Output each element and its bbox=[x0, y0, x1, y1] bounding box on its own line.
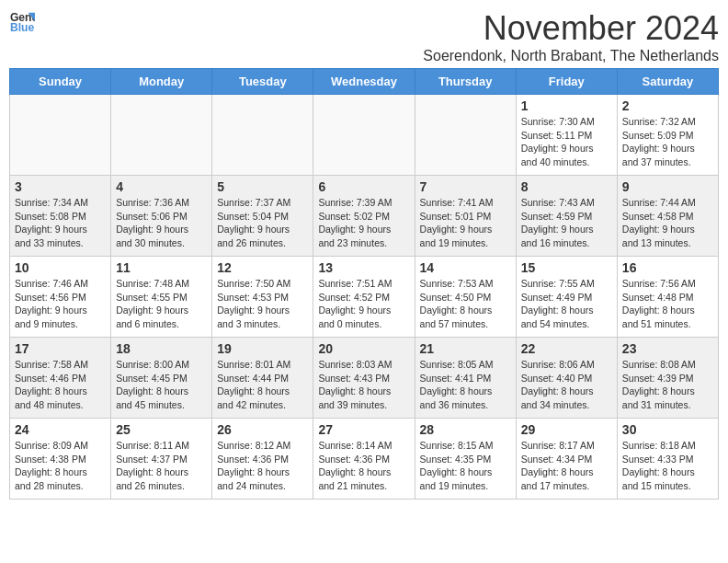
day-number: 28 bbox=[420, 422, 511, 437]
calendar-cell: 22Sunrise: 8:06 AM Sunset: 4:40 PM Dayli… bbox=[516, 338, 617, 419]
logo: General Blue bbox=[9, 9, 35, 35]
day-number: 7 bbox=[420, 179, 511, 194]
day-info: Sunrise: 8:17 AM Sunset: 4:34 PM Dayligh… bbox=[521, 439, 612, 493]
day-header-tuesday: Tuesday bbox=[212, 69, 313, 95]
calendar-cell: 18Sunrise: 8:00 AM Sunset: 4:45 PM Dayli… bbox=[111, 338, 212, 419]
day-number: 30 bbox=[622, 422, 713, 437]
calendar-cell: 26Sunrise: 8:12 AM Sunset: 4:36 PM Dayli… bbox=[212, 419, 313, 500]
day-number: 23 bbox=[622, 341, 713, 356]
calendar-cell: 16Sunrise: 7:56 AM Sunset: 4:48 PM Dayli… bbox=[617, 257, 718, 338]
calendar-table: SundayMondayTuesdayWednesdayThursdayFrid… bbox=[9, 68, 719, 500]
calendar-cell: 20Sunrise: 8:03 AM Sunset: 4:43 PM Dayli… bbox=[313, 338, 415, 419]
calendar-cell: 19Sunrise: 8:01 AM Sunset: 4:44 PM Dayli… bbox=[212, 338, 313, 419]
calendar-cell: 30Sunrise: 8:18 AM Sunset: 4:33 PM Dayli… bbox=[617, 419, 718, 500]
calendar-cell: 28Sunrise: 8:15 AM Sunset: 4:35 PM Dayli… bbox=[415, 419, 516, 500]
calendar-cell: 3Sunrise: 7:34 AM Sunset: 5:08 PM Daylig… bbox=[10, 176, 111, 257]
calendar-week-row: 10Sunrise: 7:46 AM Sunset: 4:56 PM Dayli… bbox=[10, 257, 719, 338]
day-number: 21 bbox=[420, 341, 511, 356]
day-info: Sunrise: 7:50 AM Sunset: 4:53 PM Dayligh… bbox=[217, 277, 308, 331]
calendar-cell: 5Sunrise: 7:37 AM Sunset: 5:04 PM Daylig… bbox=[212, 176, 313, 257]
day-number: 14 bbox=[420, 260, 511, 275]
day-number: 17 bbox=[15, 341, 106, 356]
svg-text:Blue: Blue bbox=[10, 21, 35, 34]
day-number: 18 bbox=[116, 341, 207, 356]
day-info: Sunrise: 8:15 AM Sunset: 4:35 PM Dayligh… bbox=[420, 439, 511, 493]
day-number: 3 bbox=[15, 179, 106, 194]
day-number: 9 bbox=[622, 179, 713, 194]
calendar-cell: 12Sunrise: 7:50 AM Sunset: 4:53 PM Dayli… bbox=[212, 257, 313, 338]
calendar-cell: 29Sunrise: 8:17 AM Sunset: 4:34 PM Dayli… bbox=[516, 419, 617, 500]
day-info: Sunrise: 8:14 AM Sunset: 4:36 PM Dayligh… bbox=[318, 439, 409, 493]
day-info: Sunrise: 7:53 AM Sunset: 4:50 PM Dayligh… bbox=[420, 277, 511, 331]
day-info: Sunrise: 8:01 AM Sunset: 4:44 PM Dayligh… bbox=[217, 358, 308, 412]
day-header-sunday: Sunday bbox=[10, 69, 111, 95]
day-info: Sunrise: 7:34 AM Sunset: 5:08 PM Dayligh… bbox=[15, 196, 106, 250]
day-number: 10 bbox=[15, 260, 106, 275]
day-info: Sunrise: 8:00 AM Sunset: 4:45 PM Dayligh… bbox=[116, 358, 207, 412]
logo-icon: General Blue bbox=[9, 9, 35, 35]
day-info: Sunrise: 8:12 AM Sunset: 4:36 PM Dayligh… bbox=[217, 439, 308, 493]
location-subtitle: Soerendonk, North Brabant, The Netherlan… bbox=[423, 48, 719, 64]
calendar-cell: 15Sunrise: 7:55 AM Sunset: 4:49 PM Dayli… bbox=[516, 257, 617, 338]
calendar-cell bbox=[313, 95, 415, 176]
calendar-cell: 14Sunrise: 7:53 AM Sunset: 4:50 PM Dayli… bbox=[415, 257, 516, 338]
calendar-cell: 9Sunrise: 7:44 AM Sunset: 4:58 PM Daylig… bbox=[617, 176, 718, 257]
calendar-week-row: 3Sunrise: 7:34 AM Sunset: 5:08 PM Daylig… bbox=[10, 176, 719, 257]
day-info: Sunrise: 7:41 AM Sunset: 5:01 PM Dayligh… bbox=[420, 196, 511, 250]
calendar-cell: 6Sunrise: 7:39 AM Sunset: 5:02 PM Daylig… bbox=[313, 176, 415, 257]
day-info: Sunrise: 8:11 AM Sunset: 4:37 PM Dayligh… bbox=[116, 439, 207, 493]
day-info: Sunrise: 7:36 AM Sunset: 5:06 PM Dayligh… bbox=[116, 196, 207, 250]
calendar-cell: 23Sunrise: 8:08 AM Sunset: 4:39 PM Dayli… bbox=[617, 338, 718, 419]
day-info: Sunrise: 7:56 AM Sunset: 4:48 PM Dayligh… bbox=[622, 277, 713, 331]
day-header-monday: Monday bbox=[111, 69, 212, 95]
day-number: 19 bbox=[217, 341, 308, 356]
calendar-cell: 27Sunrise: 8:14 AM Sunset: 4:36 PM Dayli… bbox=[313, 419, 415, 500]
day-number: 13 bbox=[318, 260, 409, 275]
day-number: 22 bbox=[521, 341, 612, 356]
day-number: 29 bbox=[521, 422, 612, 437]
calendar-cell: 10Sunrise: 7:46 AM Sunset: 4:56 PM Dayli… bbox=[10, 257, 111, 338]
day-number: 2 bbox=[622, 98, 713, 113]
calendar-cell: 4Sunrise: 7:36 AM Sunset: 5:06 PM Daylig… bbox=[111, 176, 212, 257]
day-info: Sunrise: 8:06 AM Sunset: 4:40 PM Dayligh… bbox=[521, 358, 612, 412]
calendar-cell: 24Sunrise: 8:09 AM Sunset: 4:38 PM Dayli… bbox=[10, 419, 111, 500]
calendar-cell bbox=[212, 95, 313, 176]
day-info: Sunrise: 7:39 AM Sunset: 5:02 PM Dayligh… bbox=[318, 196, 409, 250]
day-number: 16 bbox=[622, 260, 713, 275]
calendar-cell bbox=[111, 95, 212, 176]
day-header-friday: Friday bbox=[516, 69, 617, 95]
day-header-thursday: Thursday bbox=[415, 69, 516, 95]
calendar-week-row: 1Sunrise: 7:30 AM Sunset: 5:11 PM Daylig… bbox=[10, 95, 719, 176]
day-number: 6 bbox=[318, 179, 409, 194]
calendar-cell: 11Sunrise: 7:48 AM Sunset: 4:55 PM Dayli… bbox=[111, 257, 212, 338]
day-number: 1 bbox=[521, 98, 612, 113]
day-number: 26 bbox=[217, 422, 308, 437]
calendar-week-row: 24Sunrise: 8:09 AM Sunset: 4:38 PM Dayli… bbox=[10, 419, 719, 500]
calendar-header-row: SundayMondayTuesdayWednesdayThursdayFrid… bbox=[10, 69, 719, 95]
title-area: November 2024 Soerendonk, North Brabant,… bbox=[423, 9, 719, 64]
day-number: 4 bbox=[116, 179, 207, 194]
day-info: Sunrise: 8:09 AM Sunset: 4:38 PM Dayligh… bbox=[15, 439, 106, 493]
day-info: Sunrise: 7:55 AM Sunset: 4:49 PM Dayligh… bbox=[521, 277, 612, 331]
day-header-saturday: Saturday bbox=[617, 69, 718, 95]
day-info: Sunrise: 7:43 AM Sunset: 4:59 PM Dayligh… bbox=[521, 196, 612, 250]
day-number: 8 bbox=[521, 179, 612, 194]
day-header-wednesday: Wednesday bbox=[313, 69, 415, 95]
calendar-cell: 13Sunrise: 7:51 AM Sunset: 4:52 PM Dayli… bbox=[313, 257, 415, 338]
calendar-cell bbox=[415, 95, 516, 176]
day-info: Sunrise: 8:05 AM Sunset: 4:41 PM Dayligh… bbox=[420, 358, 511, 412]
day-number: 25 bbox=[116, 422, 207, 437]
day-number: 20 bbox=[318, 341, 409, 356]
day-info: Sunrise: 8:08 AM Sunset: 4:39 PM Dayligh… bbox=[622, 358, 713, 412]
day-info: Sunrise: 7:48 AM Sunset: 4:55 PM Dayligh… bbox=[116, 277, 207, 331]
calendar-cell: 25Sunrise: 8:11 AM Sunset: 4:37 PM Dayli… bbox=[111, 419, 212, 500]
calendar-cell: 17Sunrise: 7:58 AM Sunset: 4:46 PM Dayli… bbox=[10, 338, 111, 419]
calendar-cell bbox=[10, 95, 111, 176]
calendar-cell: 7Sunrise: 7:41 AM Sunset: 5:01 PM Daylig… bbox=[415, 176, 516, 257]
day-number: 12 bbox=[217, 260, 308, 275]
day-number: 5 bbox=[217, 179, 308, 194]
day-info: Sunrise: 8:03 AM Sunset: 4:43 PM Dayligh… bbox=[318, 358, 409, 412]
day-info: Sunrise: 7:37 AM Sunset: 5:04 PM Dayligh… bbox=[217, 196, 308, 250]
page-header: General Blue November 2024 Soerendonk, N… bbox=[9, 9, 719, 64]
day-info: Sunrise: 7:44 AM Sunset: 4:58 PM Dayligh… bbox=[622, 196, 713, 250]
